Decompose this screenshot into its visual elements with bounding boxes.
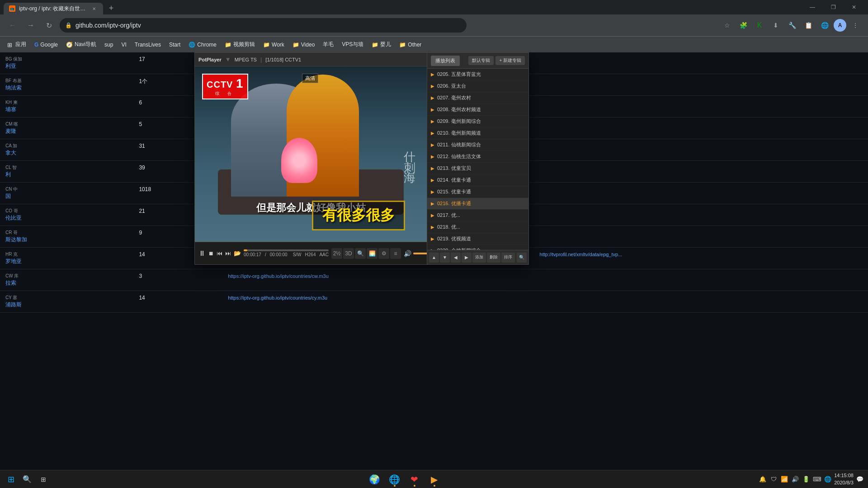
- taskbar-earth-app[interactable]: 🌍: [367, 471, 383, 488]
- extension2-icon[interactable]: 📋: [801, 18, 816, 33]
- playlist-tab[interactable]: 播放列表: [431, 56, 460, 66]
- 3d-btn[interactable]: 3D: [343, 248, 354, 259]
- zoom-btn[interactable]: 🔍: [355, 248, 366, 259]
- playlist-item[interactable]: ▶ 0220. 余姚新闻综合: [427, 245, 528, 250]
- play-indicator: ▶: [431, 84, 434, 89]
- tray-icon-4[interactable]: 🔊: [791, 475, 800, 484]
- tray-icon-2[interactable]: 🛡: [769, 475, 778, 484]
- playlist-item-active[interactable]: ▶ 0216. 优播卡通: [427, 198, 528, 210]
- playlist-add-btn[interactable]: 添加: [472, 253, 486, 263]
- country-code: CM 喀: [5, 121, 128, 127]
- playlist-search-btn[interactable]: 🔍: [517, 253, 527, 263]
- url-cell[interactable]: https://iptv-org.github.io/iptv/countrie…: [222, 291, 534, 313]
- search-button[interactable]: 🔍: [20, 472, 34, 487]
- ssl-lock-icon: 🔒: [65, 22, 72, 28]
- taskbar-clock[interactable]: 14:15:08 2020/8/3: [834, 472, 854, 486]
- bookmark-vps[interactable]: VPS与墙: [338, 39, 367, 51]
- pause-button[interactable]: ⏸: [198, 247, 206, 260]
- bookmark-baby[interactable]: 📁 婴儿: [368, 39, 395, 51]
- playlist-item[interactable]: ▶ 0213. 优童宝贝: [427, 163, 528, 174]
- bookmark-other[interactable]: 📁 Other: [396, 39, 425, 51]
- bookmark-sup[interactable]: sup: [101, 39, 117, 51]
- playlist-delete-btn[interactable]: 删除: [487, 253, 500, 263]
- color-btn[interactable]: 🌅: [367, 248, 377, 259]
- bookmark-sheep[interactable]: 羊毛: [319, 39, 337, 51]
- playlist-item[interactable]: ▶ 0210. 毫州新闻频道: [427, 127, 528, 139]
- time-display: 14:15:08: [834, 472, 854, 479]
- bookmark-google[interactable]: G Google: [31, 39, 61, 51]
- bookmark-star-icon[interactable]: ☆: [720, 18, 734, 33]
- active-tab[interactable]: 📺 iptv-org / iptv: 收藏来自世界各... ✕: [4, 3, 103, 14]
- open-button[interactable]: 📂: [234, 247, 241, 260]
- bookmark-chrome[interactable]: 🌐 Chrome: [185, 39, 220, 51]
- count-cell: 14: [133, 291, 222, 313]
- tray-icon-6[interactable]: ⌨: [812, 475, 821, 484]
- playlist-item[interactable]: ▶ 0219. 优视频道: [427, 233, 528, 245]
- playlist-left-btn[interactable]: ◀: [451, 253, 461, 263]
- bookmark-vi[interactable]: VI: [118, 39, 130, 51]
- playlist-down-btn[interactable]: ▼: [440, 253, 450, 263]
- tray-icon-7[interactable]: 🌐: [823, 475, 832, 484]
- playlist-item[interactable]: ▶ 0209. 毫州新闻综合: [427, 116, 528, 127]
- forward-button[interactable]: →: [24, 18, 38, 33]
- tray-icon-3[interactable]: 📶: [780, 475, 789, 484]
- playlist-item[interactable]: ▶ 0215. 优童卡通: [427, 186, 528, 198]
- tab-close-btn[interactable]: ✕: [90, 5, 98, 12]
- playlist-item[interactable]: ▶ 0205. 五星体育蓝光: [427, 69, 528, 80]
- playlist-item[interactable]: ▶ 0211. 仙桃新闻综合: [427, 139, 528, 151]
- new-album-btn[interactable]: + 新建专辑: [495, 56, 525, 65]
- bookmark-video[interactable]: 📁 Video: [289, 39, 318, 51]
- url-bar[interactable]: 🔒 github.com/iptv-org/iptv: [60, 18, 467, 33]
- download-icon[interactable]: ⬇: [769, 18, 783, 33]
- extension1-icon[interactable]: 🔧: [785, 18, 799, 33]
- extension3-icon[interactable]: 🌐: [817, 18, 832, 33]
- playlist-item[interactable]: ▶ 0206. 亚太台: [427, 80, 528, 92]
- start-button[interactable]: ⊞: [4, 472, 18, 487]
- reload-button[interactable]: ↻: [42, 18, 56, 33]
- url-cell[interactable]: https://iptv-org.github.io/iptv/countrie…: [222, 269, 534, 291]
- close-button[interactable]: ✕: [844, 0, 864, 14]
- playlist-item[interactable]: ▶ 0207. 毫州农村: [427, 92, 528, 104]
- extension-puzzle-icon[interactable]: 🧩: [736, 18, 750, 33]
- playlist-right-btn[interactable]: ▶: [462, 253, 472, 263]
- playlist-item[interactable]: ▶ 0218. 优...: [427, 221, 528, 233]
- taskbar-vivaldi-app[interactable]: ❤: [406, 471, 423, 488]
- epg-cell[interactable]: http://tvprofil.net/xmltv/data/epg_tvp..…: [534, 248, 868, 269]
- speed-btn[interactable]: 2½: [331, 248, 342, 259]
- settings-btn[interactable]: ⚙: [378, 248, 389, 259]
- bookmark-video-edit[interactable]: 📁 视频剪辑: [221, 39, 259, 51]
- system-tray: 🔔 🛡 📶 🔊 🔋 ⌨ 🌐: [758, 475, 832, 484]
- new-tab-button[interactable]: +: [105, 2, 118, 14]
- playlist-up-btn[interactable]: ▲: [429, 253, 439, 263]
- stop-button[interactable]: ⏹: [208, 247, 214, 260]
- tray-icon-5[interactable]: 🔋: [802, 475, 811, 484]
- playlist-item[interactable]: ▶ 0212. 仙桃生活文体: [427, 151, 528, 163]
- next-button[interactable]: ⏭: [225, 247, 231, 260]
- bookmark-navi[interactable]: 🧭 Navi导航: [62, 39, 100, 51]
- playlist-item[interactable]: ▶ 0208. 毫州农村频道: [427, 104, 528, 116]
- taskbar-potplayer-app[interactable]: ▶: [426, 471, 443, 488]
- bookmark-start[interactable]: Start: [165, 39, 184, 51]
- back-button[interactable]: ←: [5, 18, 20, 33]
- notification-btn[interactable]: 💬: [855, 475, 864, 484]
- prev-button[interactable]: ⏮: [217, 247, 222, 260]
- menu-button[interactable]: ⋮: [848, 18, 863, 33]
- playlist-toggle-btn[interactable]: ≡: [390, 248, 401, 259]
- tray-icon-1[interactable]: 🔔: [758, 475, 767, 484]
- playlist-item[interactable]: ▶ 0217. 优...: [427, 210, 528, 221]
- default-album-btn[interactable]: 默认专辑: [468, 56, 494, 65]
- taskbar-chrome-app[interactable]: 🌐: [387, 471, 403, 488]
- bookmark-translives[interactable]: TransLives: [131, 39, 165, 51]
- task-view-button[interactable]: ⊞: [36, 472, 51, 487]
- bookmark-work[interactable]: 📁 Work: [259, 39, 288, 51]
- country-cell: KH 柬埔寨: [0, 96, 133, 117]
- playlist-item[interactable]: ▶ 0214. 优童卡通: [427, 174, 528, 186]
- playlist-sort-btn[interactable]: 排序: [501, 253, 515, 263]
- minimize-button[interactable]: —: [802, 0, 823, 14]
- restore-button[interactable]: ❐: [823, 0, 844, 14]
- profile-button[interactable]: A: [834, 19, 846, 32]
- progress-bar[interactable]: [244, 249, 329, 251]
- bookmark-apps[interactable]: ⊞ 应用: [4, 39, 30, 51]
- kaspersky-icon[interactable]: K: [752, 18, 767, 33]
- play-indicator: ▶: [431, 142, 434, 147]
